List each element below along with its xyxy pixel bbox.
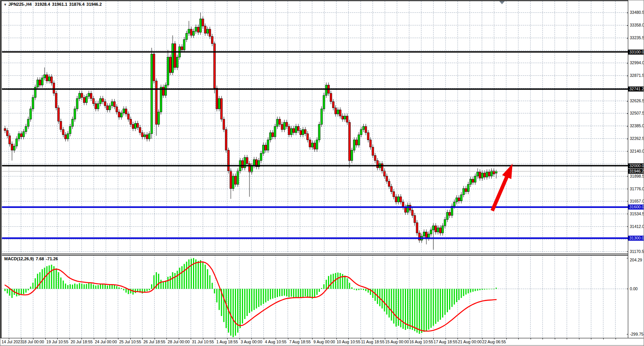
- macd-bar: [186, 262, 187, 289]
- candle-body: [260, 153, 262, 161]
- trend-arrow[interactable]: [492, 164, 513, 211]
- time-tick: [142, 338, 143, 339]
- candle-body: [358, 135, 360, 145]
- price-axis[interactable]: 33480.533358.033235.532994.032871.532626…: [628, 0, 644, 338]
- candle-body: [43, 75, 45, 78]
- price-tag-31300.0[interactable]: 31300.0: [628, 236, 644, 241]
- candle-body: [391, 186, 393, 192]
- candle-body: [127, 114, 129, 120]
- candle-body: [416, 223, 418, 233]
- candle-body: [169, 57, 171, 73]
- macd-bar: [477, 289, 478, 291]
- macd-bar: [305, 289, 306, 296]
- candle-body: [276, 119, 278, 126]
- candle-body: [414, 215, 416, 223]
- candle-body: [60, 121, 62, 130]
- candle-body: [241, 161, 243, 168]
- bar-shift-marker-icon[interactable]: [499, 1, 505, 4]
- price-axis-label: 31170.5: [630, 249, 644, 254]
- candle-body: [153, 54, 155, 81]
- macd-bar: [468, 289, 469, 293]
- price-tick: [627, 226, 628, 227]
- candle-body: [190, 29, 192, 35]
- macd-bar: [209, 275, 210, 289]
- time-axis-label: 31 Jul 10:55: [192, 339, 214, 344]
- candle-body: [81, 93, 83, 98]
- macd-bar: [230, 289, 231, 336]
- price-axis-label: 31412.0: [630, 224, 644, 229]
- candle-body: [97, 104, 99, 109]
- candle-body: [386, 176, 388, 181]
- macd-bar: [482, 289, 483, 290]
- candle-body: [283, 122, 285, 130]
- candle-body: [253, 160, 255, 166]
- macd-bar: [151, 284, 152, 289]
- time-axis-label: 7 Aug 18:55: [289, 339, 311, 344]
- macd-bar: [361, 289, 362, 289]
- candle-body: [193, 31, 195, 35]
- pane-separator[interactable]: [2, 253, 628, 255]
- time-axis-label: 15 Aug 00:00: [385, 339, 409, 344]
- price-tag-31600.0[interactable]: 31600.0: [628, 205, 644, 210]
- candle-body: [297, 126, 299, 131]
- candle-body: [225, 130, 227, 150]
- macd-bar: [175, 273, 176, 289]
- candle-body: [11, 144, 13, 150]
- candle-body: [137, 123, 139, 128]
- time-tick: [240, 338, 240, 339]
- macd-bar: [219, 289, 220, 310]
- time-axis[interactable]: 14 Jul 202318 Jul 00:0019 Jul 10:5520 Ju…: [0, 338, 644, 345]
- price-tag-33100.0[interactable]: 33100.0: [628, 50, 644, 55]
- candle-body: [13, 146, 15, 150]
- candle-body: [263, 145, 265, 153]
- macd-bar: [253, 289, 255, 310]
- candle-body: [237, 171, 239, 185]
- macd-bar: [458, 289, 459, 300]
- candle-body: [209, 29, 211, 37]
- macd-bar: [384, 289, 385, 311]
- candle-body: [467, 185, 469, 192]
- candle-body: [144, 135, 146, 136]
- candle-body: [430, 230, 432, 234]
- candle-body: [67, 134, 69, 139]
- candle-body: [88, 93, 90, 96]
- macd-bar: [261, 289, 262, 305]
- macd-bar: [246, 289, 248, 316]
- candle-body: [123, 109, 125, 113]
- candle-body: [218, 98, 220, 109]
- macd-bar: [463, 289, 464, 296]
- macd-bar: [344, 276, 346, 289]
- time-axis-label: 4 Aug 10:55: [265, 339, 286, 344]
- candle-body: [286, 122, 288, 126]
- candle-body: [135, 123, 136, 129]
- macd-bar: [93, 284, 94, 289]
- price-axis-label: 32507.5: [630, 111, 644, 116]
- time-tick: [312, 338, 313, 339]
- candle-body: [141, 133, 143, 137]
- price-tag-32000.0[interactable]: 32000.0: [628, 163, 644, 168]
- macd-bar: [491, 289, 492, 289]
- macd-bar: [293, 289, 294, 298]
- macd-bar: [486, 289, 488, 289]
- time-axis-label: 16 Aug 10:55: [409, 339, 433, 344]
- price-tick: [627, 76, 628, 76]
- chevron-down-icon[interactable]: ▼: [3, 3, 7, 7]
- candle-body: [360, 130, 362, 135]
- candle-body: [9, 136, 11, 144]
- price-tick: [627, 126, 628, 126]
- candle-body: [32, 98, 34, 109]
- time-axis-label: 17 Aug 18:55: [434, 339, 458, 344]
- candle-body: [353, 140, 355, 150]
- candle-body: [302, 130, 304, 135]
- candle-body: [176, 57, 178, 68]
- candle-body: [426, 232, 428, 238]
- time-tick: [215, 338, 215, 339]
- time-tick: [542, 338, 543, 339]
- time-axis-label: 21 Aug 00:00: [458, 339, 482, 344]
- macd-bar: [435, 289, 436, 324]
- candle-body: [381, 164, 383, 171]
- candle-body: [46, 75, 48, 81]
- price-tag-32741.2[interactable]: 32741.2: [628, 86, 644, 91]
- chart-canvas[interactable]: [2, 1, 628, 338]
- candle-body: [411, 210, 413, 216]
